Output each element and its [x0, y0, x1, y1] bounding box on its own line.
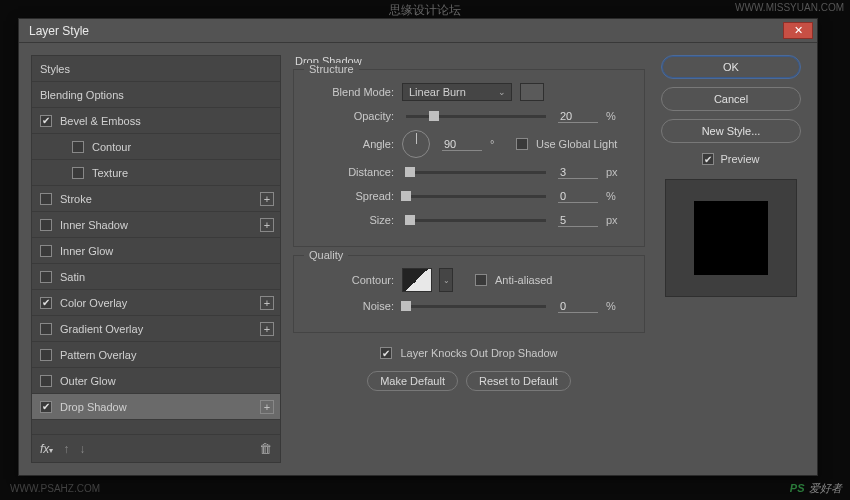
cancel-button[interactable]: Cancel	[661, 87, 801, 111]
right-panel: OK Cancel New Style... Preview	[657, 55, 805, 463]
opacity-slider[interactable]	[406, 115, 546, 118]
global-light-label: Use Global Light	[536, 138, 617, 150]
sidebar-item-inner-shadow[interactable]: Inner Shadow+	[32, 212, 280, 238]
chevron-down-icon[interactable]: ⌄	[439, 268, 453, 292]
noise-slider[interactable]	[406, 305, 546, 308]
quality-title: Quality	[304, 249, 348, 261]
angle-label: Angle:	[308, 138, 394, 150]
checkbox-icon[interactable]	[40, 245, 52, 257]
opacity-unit: %	[606, 110, 624, 122]
trash-icon[interactable]: 🗑	[259, 441, 272, 456]
plus-icon[interactable]: +	[260, 192, 274, 206]
distance-unit: px	[606, 166, 624, 178]
angle-unit: °	[490, 138, 508, 150]
contour-label: Contour:	[308, 274, 394, 286]
watermark-bottom-left: WWW.PSAHZ.COM	[10, 483, 100, 494]
arrow-down-icon[interactable]: ↓	[79, 442, 85, 456]
titlebar: Layer Style ✕	[19, 19, 817, 43]
spread-slider[interactable]	[406, 195, 546, 198]
sidebar-item-stroke[interactable]: Stroke+	[32, 186, 280, 212]
checkbox-icon[interactable]	[40, 349, 52, 361]
structure-title: Structure	[304, 63, 359, 75]
sidebar-item-texture[interactable]: Texture	[32, 160, 280, 186]
sidebar-item-gradient-overlay[interactable]: Gradient Overlay+	[32, 316, 280, 342]
reset-default-button[interactable]: Reset to Default	[466, 371, 571, 391]
structure-group: Structure Blend Mode: Linear Burn⌄ Opaci…	[293, 69, 645, 247]
layer-style-dialog: Layer Style ✕ Styles Blending Options Be…	[18, 18, 818, 476]
checkbox-icon[interactable]	[40, 271, 52, 283]
checkbox-icon[interactable]	[40, 219, 52, 231]
size-unit: px	[606, 214, 624, 226]
noise-label: Noise:	[308, 300, 394, 312]
checkbox-icon[interactable]	[40, 401, 52, 413]
size-label: Size:	[308, 214, 394, 226]
sidebar-item-pattern-overlay[interactable]: Pattern Overlay	[32, 342, 280, 368]
sidebar-item-satin[interactable]: Satin	[32, 264, 280, 290]
blend-mode-select[interactable]: Linear Burn⌄	[402, 83, 512, 101]
arrow-up-icon[interactable]: ↑	[63, 442, 69, 456]
sidebar-item-bevel-emboss[interactable]: Bevel & Emboss	[32, 108, 280, 134]
size-slider[interactable]	[406, 219, 546, 222]
watermark-top-right: WWW.MISSYUAN.COM	[735, 2, 844, 13]
plus-icon[interactable]: +	[260, 322, 274, 336]
global-light-checkbox[interactable]	[516, 138, 528, 150]
plus-icon[interactable]: +	[260, 296, 274, 310]
sidebar-item-drop-shadow[interactable]: Drop Shadow+	[32, 394, 280, 420]
opacity-label: Opacity:	[308, 110, 394, 122]
blend-mode-label: Blend Mode:	[308, 86, 394, 98]
settings-panel: Drop Shadow Structure Blend Mode: Linear…	[293, 55, 645, 463]
spread-unit: %	[606, 190, 624, 202]
distance-slider[interactable]	[406, 171, 546, 174]
checkbox-icon[interactable]	[40, 115, 52, 127]
watermark-top: 思缘设计论坛	[389, 2, 461, 19]
sidebar-item-outer-glow[interactable]: Outer Glow	[32, 368, 280, 394]
watermark-bottom-right: PS 爱好者	[790, 478, 842, 496]
preview-box	[665, 179, 797, 297]
sidebar-item-contour[interactable]: Contour	[32, 134, 280, 160]
distance-label: Distance:	[308, 166, 394, 178]
sidebar-item-color-overlay[interactable]: Color Overlay+	[32, 290, 280, 316]
contour-picker[interactable]	[402, 268, 432, 292]
checkbox-icon[interactable]	[40, 323, 52, 335]
new-style-button[interactable]: New Style...	[661, 119, 801, 143]
sidebar-item-inner-glow[interactable]: Inner Glow	[32, 238, 280, 264]
opacity-value[interactable]: 20	[558, 110, 598, 123]
spread-label: Spread:	[308, 190, 394, 202]
spread-value[interactable]: 0	[558, 190, 598, 203]
checkbox-icon[interactable]	[72, 167, 84, 179]
knockout-label: Layer Knocks Out Drop Shadow	[400, 347, 557, 359]
close-button[interactable]: ✕	[783, 22, 813, 39]
antialiased-checkbox[interactable]	[475, 274, 487, 286]
fx-menu-icon[interactable]: fx▾	[40, 442, 53, 456]
angle-value[interactable]: 90	[442, 138, 482, 151]
preview-label: Preview	[720, 153, 759, 165]
plus-icon[interactable]: +	[260, 400, 274, 414]
preview-swatch	[694, 201, 768, 275]
chevron-down-icon: ⌄	[498, 87, 506, 97]
noise-unit: %	[606, 300, 624, 312]
ok-button[interactable]: OK	[661, 55, 801, 79]
knockout-checkbox[interactable]	[380, 347, 392, 359]
checkbox-icon[interactable]	[40, 297, 52, 309]
noise-value[interactable]: 0	[558, 300, 598, 313]
sidebar-item-blending-options[interactable]: Blending Options	[32, 82, 280, 108]
size-value[interactable]: 5	[558, 214, 598, 227]
shadow-color-swatch[interactable]	[520, 83, 544, 101]
sidebar-item-styles[interactable]: Styles	[32, 56, 280, 82]
dialog-title: Layer Style	[29, 24, 783, 38]
checkbox-icon[interactable]	[40, 193, 52, 205]
quality-group: Quality Contour: ⌄ Anti-aliased Noise: 0…	[293, 255, 645, 333]
checkbox-icon[interactable]	[40, 375, 52, 387]
preview-checkbox[interactable]	[702, 153, 714, 165]
make-default-button[interactable]: Make Default	[367, 371, 458, 391]
checkbox-icon[interactable]	[72, 141, 84, 153]
angle-dial[interactable]	[402, 130, 430, 158]
antialiased-label: Anti-aliased	[495, 274, 552, 286]
effects-sidebar: Styles Blending Options Bevel & Emboss C…	[31, 55, 281, 463]
distance-value[interactable]: 3	[558, 166, 598, 179]
sidebar-footer: fx▾ ↑ ↓ 🗑	[32, 434, 280, 462]
plus-icon[interactable]: +	[260, 218, 274, 232]
close-icon: ✕	[794, 24, 803, 37]
